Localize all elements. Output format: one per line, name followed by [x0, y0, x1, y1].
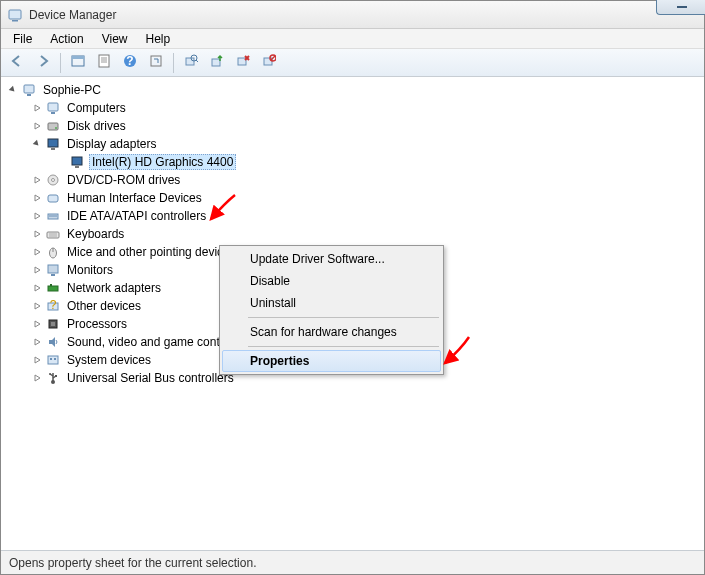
menu-action[interactable]: Action — [42, 31, 91, 47]
window-control-fragment[interactable] — [656, 0, 705, 15]
tree-label: Monitors — [65, 263, 115, 277]
expand-toggle[interactable] — [31, 300, 43, 312]
scan-hardware-icon — [184, 54, 198, 71]
toolbar-help-button[interactable]: ? — [118, 52, 142, 74]
context-menu-item[interactable]: Update Driver Software... — [222, 248, 441, 270]
context-menu-label: Update Driver Software... — [250, 252, 385, 266]
svg-rect-4 — [72, 56, 84, 59]
toolbar-properties-sheet-button[interactable] — [92, 52, 116, 74]
tree-label: Universal Serial Bus controllers — [65, 371, 236, 385]
toolbar-back-button[interactable] — [5, 52, 29, 74]
tree-category-hid[interactable]: Human Interface Devices — [1, 189, 704, 207]
expand-toggle[interactable] — [31, 102, 43, 114]
display-icon — [69, 154, 85, 170]
keyboard-icon — [45, 226, 61, 242]
svg-rect-24 — [48, 103, 58, 111]
expand-toggle[interactable] — [31, 120, 43, 132]
cdrom-icon — [45, 172, 61, 188]
toolbar-refresh-button[interactable] — [144, 52, 168, 74]
expand-toggle[interactable] — [7, 84, 19, 96]
tree-category-disk[interactable]: Disk drives — [1, 117, 704, 135]
tree-category-keyboard[interactable]: Keyboards — [1, 225, 704, 243]
expand-toggle[interactable] — [31, 282, 43, 294]
svg-rect-50 — [48, 356, 58, 364]
computer-icon — [45, 100, 61, 116]
menu-help[interactable]: Help — [138, 31, 179, 47]
tree-category-ide[interactable]: IDE ATA/ATAPI controllers — [1, 207, 704, 225]
toolbar-scan-hardware-button[interactable] — [179, 52, 203, 74]
expand-toggle[interactable] — [31, 192, 43, 204]
context-menu-label: Properties — [250, 354, 309, 368]
tree-category-display[interactable]: Display adapters — [1, 135, 704, 153]
expand-toggle[interactable] — [31, 354, 43, 366]
tree-category-cdrom[interactable]: DVD/CD-ROM drives — [1, 171, 704, 189]
svg-rect-55 — [55, 375, 57, 377]
tree-root[interactable]: Sophie-PC — [1, 81, 704, 99]
tree-device-item[interactable]: Intel(R) HD Graphics 4400 — [1, 153, 704, 171]
computer-icon — [21, 82, 37, 98]
svg-rect-34 — [48, 195, 58, 202]
refresh-icon — [149, 54, 163, 71]
menu-view[interactable]: View — [94, 31, 136, 47]
svg-rect-28 — [48, 139, 58, 147]
svg-rect-25 — [51, 112, 55, 114]
help-icon: ? — [123, 54, 137, 71]
svg-point-33 — [52, 179, 55, 182]
cpu-icon — [45, 316, 61, 332]
context-menu-separator — [248, 317, 439, 318]
tree-category-computer[interactable]: Computers — [1, 99, 704, 117]
svg-line-14 — [196, 60, 198, 62]
context-menu-separator — [248, 346, 439, 347]
svg-rect-22 — [24, 85, 34, 93]
toolbar-forward-button[interactable] — [31, 52, 55, 74]
context-menu-item[interactable]: Scan for hardware changes — [222, 321, 441, 343]
monitor-icon — [45, 262, 61, 278]
expand-toggle[interactable] — [31, 264, 43, 276]
tree-label: Mice and other pointing devices — [65, 245, 238, 259]
properties-sheet-icon — [97, 54, 111, 71]
expand-toggle[interactable] — [31, 210, 43, 222]
svg-rect-31 — [75, 166, 79, 168]
svg-rect-49 — [51, 322, 55, 326]
svg-rect-43 — [51, 274, 55, 276]
device-tree[interactable]: Sophie-PCComputersDisk drivesDisplay ada… — [1, 77, 704, 550]
hid-icon — [45, 190, 61, 206]
tree-label: Computers — [65, 101, 128, 115]
status-bar: Opens property sheet for the current sel… — [1, 550, 704, 574]
disable-icon — [262, 54, 276, 71]
update-driver-icon — [210, 54, 224, 71]
network-icon — [45, 280, 61, 296]
toolbar-uninstall-button[interactable] — [231, 52, 255, 74]
svg-point-56 — [49, 373, 51, 375]
other-icon: ? — [45, 298, 61, 314]
menu-file[interactable]: File — [5, 31, 40, 47]
toolbar-show-console-button[interactable] — [66, 52, 90, 74]
context-menu-item[interactable]: Disable — [222, 270, 441, 292]
context-menu-item[interactable]: Uninstall — [222, 292, 441, 314]
context-menu-label: Scan for hardware changes — [250, 325, 397, 339]
tree-label: System devices — [65, 353, 153, 367]
expand-toggle[interactable] — [31, 228, 43, 240]
svg-rect-11 — [151, 56, 161, 66]
tree-label: Keyboards — [65, 227, 126, 241]
expand-toggle[interactable] — [31, 372, 43, 384]
tree-label: Human Interface Devices — [65, 191, 204, 205]
expand-toggle[interactable] — [31, 318, 43, 330]
toolbar-disable-button[interactable] — [257, 52, 281, 74]
show-console-icon — [71, 55, 85, 70]
svg-rect-5 — [99, 55, 109, 67]
expand-toggle[interactable] — [31, 336, 43, 348]
expand-toggle[interactable] — [31, 246, 43, 258]
usb-icon — [45, 370, 61, 386]
context-menu-label: Uninstall — [250, 296, 296, 310]
svg-text:?: ? — [126, 54, 133, 68]
expand-toggle — [55, 156, 67, 168]
expand-toggle[interactable] — [31, 174, 43, 186]
context-menu: Update Driver Software...DisableUninstal… — [219, 245, 444, 375]
toolbar-update-driver-button[interactable] — [205, 52, 229, 74]
context-menu-item[interactable]: Properties — [222, 350, 441, 372]
context-menu-label: Disable — [250, 274, 290, 288]
svg-rect-15 — [212, 59, 220, 66]
expand-toggle[interactable] — [31, 138, 43, 150]
display-icon — [45, 136, 61, 152]
